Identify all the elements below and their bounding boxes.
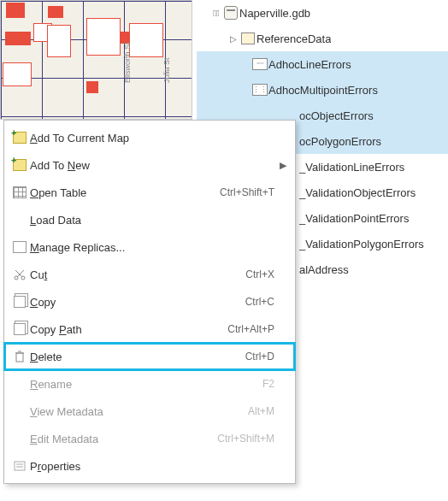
menu-item-load-data[interactable]: Load Data xyxy=(4,206,295,233)
menu-item-view-meta: View MetadataAlt+M xyxy=(4,398,295,425)
cut-icon xyxy=(9,268,30,280)
copy-icon xyxy=(9,323,30,335)
line-feature-icon: 〰 xyxy=(251,58,268,70)
menu-item-manage-repl[interactable]: Manage Replicas... xyxy=(4,233,295,261)
tree-node-gdb[interactable]: �ﾟ Naperville.gdb xyxy=(197,0,448,26)
tree-item[interactable]: 〰 AdhocLineErrors xyxy=(197,51,448,77)
menu-item-shortcut: Ctrl+C xyxy=(245,296,274,308)
map-feature xyxy=(6,3,25,18)
context-menu: Add To Current MapAdd To New▶Open TableC… xyxy=(3,120,296,484)
copy-icon xyxy=(9,296,30,308)
map-feature-outline xyxy=(3,62,32,86)
menu-item-rename: RenameF2 xyxy=(4,370,295,398)
svg-rect-7 xyxy=(15,462,25,470)
menu-item-open-table[interactable]: Open TableCtrl+Shift+T xyxy=(4,179,295,206)
menu-item-add-to-map[interactable]: Add To Current Map xyxy=(4,124,295,151)
menu-item-shortcut: Ctrl+X xyxy=(245,268,274,280)
menu-item-edit-meta: Edit MetadataCtrl+Shift+M xyxy=(4,425,295,452)
tree-label: AdhocMultipointErrors xyxy=(268,84,378,97)
menu-item-copy[interactable]: CopyCtrl+C xyxy=(4,288,295,315)
map-feature xyxy=(48,6,63,18)
menu-item-label: Open Table xyxy=(30,186,220,199)
props-icon xyxy=(9,460,30,472)
tree-label: ocPolygonErrors xyxy=(299,135,381,148)
menu-item-shortcut: Ctrl+D xyxy=(245,351,274,362)
trash-icon xyxy=(9,351,30,362)
replica-icon xyxy=(9,241,30,253)
menu-item-properties[interactable]: Properties xyxy=(4,452,295,480)
svg-rect-4 xyxy=(16,353,23,362)
tree-node-dataset[interactable]: ▷ ReferenceData xyxy=(197,26,448,51)
map-street-label: Ellsworth St xyxy=(123,42,132,83)
multipoint-feature-icon: ⋮⋮ xyxy=(251,84,268,96)
tree-label: ReferenceData xyxy=(256,32,331,45)
map-feature-outline xyxy=(129,23,163,57)
tree-label: _ValidationPolygonErrors xyxy=(299,238,424,250)
table-icon xyxy=(9,186,30,198)
menu-item-label: Copy xyxy=(30,296,245,309)
plus-new-icon xyxy=(9,159,30,171)
map-feature-outline xyxy=(47,25,71,57)
tree-label: alAddress xyxy=(299,263,349,276)
map-feature xyxy=(86,81,98,93)
menu-item-copy-path[interactable]: Copy PathCtrl+Alt+P xyxy=(4,315,295,343)
map-feature-outline xyxy=(86,18,121,56)
menu-item-cut[interactable]: CutCtrl+X xyxy=(4,261,295,288)
tree-label: _ValidationPointErrors xyxy=(299,212,409,225)
menu-item-label: Rename xyxy=(30,378,262,391)
menu-item-label: Load Data xyxy=(30,214,274,227)
menu-item-shortcut: F2 xyxy=(262,378,274,390)
menu-item-label: Edit Metadata xyxy=(30,433,217,445)
tree-label: ocObjectErrors xyxy=(299,109,374,122)
map-feature xyxy=(5,32,31,45)
map-street-label: Julia St xyxy=(162,57,171,83)
menu-item-label: Add To New xyxy=(30,159,274,172)
menu-item-shortcut: Ctrl+Alt+P xyxy=(227,323,274,335)
menu-item-label: Cut xyxy=(30,268,245,281)
menu-item-label: Delete xyxy=(30,351,245,363)
plus-map-icon xyxy=(9,132,30,144)
collapse-arrow-icon[interactable]: �ﾟ xyxy=(210,9,222,18)
menu-item-label: Manage Replicas... xyxy=(30,241,274,254)
tree-label: AdhocLineErrors xyxy=(268,58,351,71)
geodatabase-icon xyxy=(222,6,239,20)
feature-dataset-icon xyxy=(239,32,256,44)
menu-item-label: View Metadata xyxy=(30,405,248,418)
menu-item-label: Copy Path xyxy=(30,323,227,336)
expand-arrow-icon[interactable]: ▷ xyxy=(227,34,239,44)
menu-item-delete[interactable]: DeleteCtrl+D xyxy=(4,343,295,370)
menu-item-shortcut: Ctrl+Shift+M xyxy=(217,433,274,445)
menu-item-label: Properties xyxy=(30,460,274,473)
menu-item-add-to-new[interactable]: Add To New▶ xyxy=(4,151,295,179)
tree-item[interactable]: ⋮⋮ AdhocMultipointErrors xyxy=(197,77,448,103)
menu-item-shortcut: Ctrl+Shift+T xyxy=(220,186,274,198)
tree-label: _ValidationLineErrors xyxy=(299,161,404,174)
menu-item-shortcut: Alt+M xyxy=(248,405,274,417)
tree-label: _ValidationObjectErrors xyxy=(299,186,416,199)
submenu-arrow-icon: ▶ xyxy=(274,160,286,171)
tree-label: Naperville.gdb xyxy=(239,7,310,20)
map-preview[interactable]: Ellsworth St Julia St xyxy=(0,0,192,120)
menu-item-label: Add To Current Map xyxy=(30,132,274,144)
